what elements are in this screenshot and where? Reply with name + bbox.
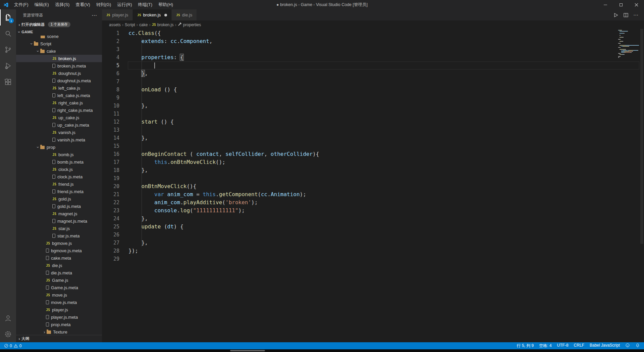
code-line-13[interactable]: 13	[102, 126, 644, 134]
source-control-activity-button[interactable]	[0, 42, 16, 58]
code-line-4[interactable]: 4 properties: {	[102, 53, 644, 61]
more-actions-button[interactable]: ⋯	[631, 10, 641, 20]
split-editor-button[interactable]	[621, 10, 631, 20]
tree-item-star.js[interactable]: JSstar.js	[16, 225, 102, 232]
menu-item-4[interactable]: 查看(V)	[72, 0, 93, 9]
tab-die.js[interactable]: JSdie.js	[172, 9, 197, 20]
code-line-7[interactable]: 7	[102, 78, 644, 86]
code-line-20[interactable]: 20 onBtnMoveClick(){	[102, 182, 644, 190]
tree-item-die.js[interactable]: JSdie.js	[16, 262, 102, 269]
tree-item-doughnut.js.meta[interactable]: doughnut.js.meta	[16, 77, 102, 84]
language-mode-status[interactable]: Babel JavaScript	[587, 343, 623, 348]
tree-item-gold.js[interactable]: JSgold.js	[16, 195, 102, 203]
tree-item-star.js.meta[interactable]: star.js.meta	[16, 232, 102, 239]
code-line-16[interactable]: 16 onBeginContact ( contact, selfCollide…	[102, 150, 644, 158]
tree-item-Game.js[interactable]: JSGame.js	[16, 276, 102, 284]
menu-item-3[interactable]: 选择(S)	[52, 0, 72, 9]
code-line-6[interactable]: 6 },	[102, 70, 644, 78]
tree-item-vanish.js[interactable]: JSvanish.js	[16, 129, 102, 136]
tree-item-player.js.meta[interactable]: player.js.meta	[16, 313, 102, 321]
code-line-19[interactable]: 19	[102, 174, 644, 182]
code-line-28[interactable]: 28});	[102, 247, 644, 255]
code-line-17[interactable]: 17 this.onBtnMoveClick();	[102, 158, 644, 166]
project-section-header[interactable]: › GAME	[16, 28, 102, 36]
account-button[interactable]	[0, 310, 16, 326]
menu-item-8[interactable]: 帮助(H)	[155, 0, 176, 9]
problems-status[interactable]: 0 0	[1, 344, 24, 348]
explorer-activity-button[interactable]: 1	[0, 9, 16, 26]
tree-item-cake.meta[interactable]: cake.meta	[16, 254, 102, 262]
code-line-5[interactable]: 5	[102, 61, 644, 70]
code-line-27[interactable]: 27 },	[102, 239, 644, 247]
cursor-position-status[interactable]: 行 5, 列 9	[514, 343, 537, 349]
code-line-14[interactable]: 14 },	[102, 134, 644, 142]
tree-item-prop.meta[interactable]: prop.meta	[16, 321, 102, 328]
menu-item-7[interactable]: 终端(T)	[135, 0, 155, 9]
tree-item-right_cake.js.meta[interactable]: right_cake.js.meta	[16, 106, 102, 114]
tree-item-magnet.js.meta[interactable]: magnet.js.meta	[16, 217, 102, 225]
code-line-29[interactable]: 29	[102, 255, 644, 263]
tree-item-move.js[interactable]: JSmove.js	[16, 291, 102, 299]
outline-section-header[interactable]: › 大纲	[16, 335, 102, 342]
code-line-2[interactable]: 2 extends: cc.Component,	[102, 37, 644, 45]
tree-item-scene[interactable]: scene	[16, 36, 102, 40]
code-line-24[interactable]: 24 },	[102, 215, 644, 223]
tree-item-friend.js[interactable]: JSfriend.js	[16, 180, 102, 188]
tree-item-broken.js.meta[interactable]: broken.js.meta	[16, 62, 102, 70]
tree-item-clock.js.meta[interactable]: clock.js.meta	[16, 173, 102, 180]
code-line-8[interactable]: 8 onLoad () {	[102, 86, 644, 94]
editor-scrollbar[interactable]	[639, 29, 644, 342]
tree-item-vanish.js.meta[interactable]: vanish.js.meta	[16, 136, 102, 143]
tree-item-bgmove.js[interactable]: JSbgmove.js	[16, 239, 102, 247]
tree-item-friend.js.meta[interactable]: friend.js.meta	[16, 188, 102, 195]
code-line-1[interactable]: 1cc.Class({	[102, 29, 644, 37]
tree-item-clock.js[interactable]: JSclock.js	[16, 166, 102, 173]
extensions-activity-button[interactable]	[0, 74, 16, 90]
tree-item-Texture[interactable]: ›Texture	[16, 328, 102, 335]
code-line-18[interactable]: 18 },	[102, 166, 644, 174]
tree-item-prop[interactable]: ›prop	[16, 143, 102, 151]
code-line-25[interactable]: 25 update (dt) {	[102, 223, 644, 231]
tree-item-Game.js.meta[interactable]: Game.js.meta	[16, 284, 102, 291]
eol-status[interactable]: CRLF	[571, 343, 587, 348]
unsaved-dot-icon[interactable]	[164, 14, 167, 16]
code-line-10[interactable]: 10 },	[102, 102, 644, 110]
horizontal-scrollbar-thumb[interactable]	[230, 350, 265, 351]
menu-item-1[interactable]: 文件(F)	[11, 0, 32, 9]
run-debug-activity-button[interactable]	[0, 58, 16, 74]
breadcrumb-item-broken.js[interactable]: JSbroken.js	[152, 23, 174, 27]
tree-item-right_cake.js[interactable]: JSright_cake.js	[16, 99, 102, 106]
breadcrumb-item-assets[interactable]: assets	[109, 23, 121, 27]
tab-player.js[interactable]: JSplayer.js	[102, 9, 133, 20]
code-editor[interactable]: 1cc.Class({2 extends: cc.Component,34 pr…	[102, 29, 644, 342]
minimize-button[interactable]	[598, 0, 613, 9]
breadcrumb-item-Script[interactable]: Script	[125, 23, 135, 27]
tree-item-up_cake.js[interactable]: JSup_cake.js	[16, 114, 102, 121]
tree-item-cake[interactable]: ›cake	[16, 47, 102, 55]
code-line-9[interactable]: 9	[102, 94, 644, 102]
tree-item-left_cake.js.meta[interactable]: left_cake.js.meta	[16, 92, 102, 99]
minimap[interactable]	[618, 30, 639, 59]
more-actions-icon[interactable]: ⋯	[92, 12, 97, 18]
tree-item-move.js.meta[interactable]: move.js.meta	[16, 299, 102, 306]
tree-item-left_cake.js[interactable]: JSleft_cake.js	[16, 84, 102, 92]
code-line-3[interactable]: 3	[102, 45, 644, 53]
menu-item-5[interactable]: 转到(G)	[93, 0, 114, 9]
maximize-button[interactable]	[613, 0, 629, 9]
search-activity-button[interactable]	[0, 26, 16, 42]
tree-item-broken.js[interactable]: JSbroken.js	[16, 55, 102, 62]
tree-item-bgmove.js.meta[interactable]: bgmove.js.meta	[16, 247, 102, 254]
notifications-button[interactable]	[633, 343, 643, 348]
tree-item-Script[interactable]: ›Script	[16, 40, 102, 47]
tree-item-die.js.meta[interactable]: die.js.meta	[16, 269, 102, 276]
menu-item-6[interactable]: 运行(R)	[114, 0, 135, 9]
feedback-button[interactable]	[623, 343, 633, 348]
encoding-status[interactable]: UTF-8	[554, 343, 571, 348]
menu-item-2[interactable]: 编辑(E)	[32, 0, 52, 9]
settings-button[interactable]	[0, 326, 16, 342]
tree-item-up_cake.js.meta[interactable]: up_cake.js.meta	[16, 121, 102, 129]
tree-item-bomb.js.meta[interactable]: bomb.js.meta	[16, 158, 102, 166]
scrollbar-thumb[interactable]	[640, 29, 643, 244]
code-line-11[interactable]: 11	[102, 110, 644, 118]
close-button[interactable]	[629, 0, 644, 9]
